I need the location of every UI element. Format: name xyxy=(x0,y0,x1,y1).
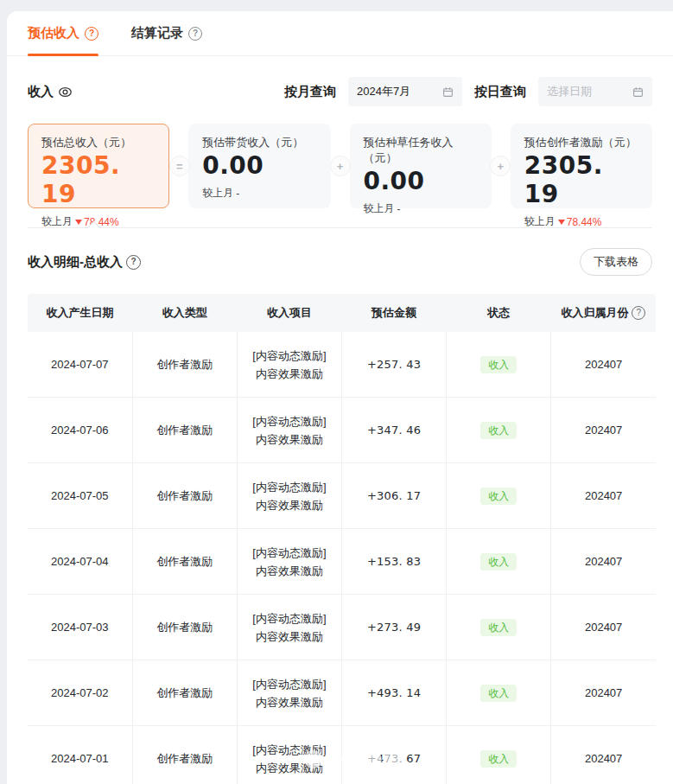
status-badge: 收入 xyxy=(480,553,517,570)
eye-icon[interactable] xyxy=(58,85,73,99)
download-table-button[interactable]: 下载表格 xyxy=(580,248,652,276)
card-label: 预估总收入（元） xyxy=(41,135,156,150)
cell-amount: +273. 49 xyxy=(341,595,446,660)
cell-status: 收入 xyxy=(447,595,551,660)
card-label: 预估种草任务收入（元） xyxy=(364,135,478,166)
cell-month: 202407 xyxy=(551,529,656,595)
cell-type: 创作者激励 xyxy=(132,660,237,726)
cell-project: [内容动态激励]内容效果激励 xyxy=(237,726,341,784)
status-badge: 收入 xyxy=(480,422,517,439)
down-triangle-icon xyxy=(558,220,565,225)
calendar-icon xyxy=(442,86,454,98)
income-label: 收入 xyxy=(28,84,54,100)
card-value: 0.00 xyxy=(364,167,478,195)
card-goods-income[interactable]: 预估带货收入（元） 0.00 较上月 - xyxy=(188,124,330,208)
col-header-date: 收入产生日期 xyxy=(28,294,132,332)
col-header-amount: 预估金额 xyxy=(341,294,446,332)
tab-estimated-income-label: 预估收入 xyxy=(28,25,79,41)
cell-amount: +257. 43 xyxy=(341,332,446,398)
plus-operator: + xyxy=(330,156,351,176)
tab-settlement-records[interactable]: 结算记录 xyxy=(131,11,202,55)
tab-estimated-income[interactable]: 预估收入 xyxy=(28,11,98,55)
cell-status: 收入 xyxy=(447,332,551,398)
col-header-month-label: 收入归属月份 xyxy=(561,305,628,321)
table-row: 2024-07-03 创作者激励 [内容动态激励]内容效果激励 +273. 49… xyxy=(28,595,656,660)
toolbar: 收入 按月查询 2024年7月 按日查询 选择日期 xyxy=(28,77,652,106)
day-query-label: 按日查询 xyxy=(474,84,526,100)
detail-title-text: 收入明细-总收入 xyxy=(28,254,123,271)
col-header-project: 收入项目 xyxy=(237,294,341,332)
income-title: 收入 xyxy=(28,84,73,100)
cell-date: 2024-07-07 xyxy=(28,332,132,398)
cell-month: 202407 xyxy=(551,660,656,726)
cell-date: 2024-07-02 xyxy=(28,660,132,726)
status-badge: 收入 xyxy=(480,750,517,768)
cell-type: 创作者激励 xyxy=(132,398,237,463)
table-row: 2024-07-01 创作者激励 [内容动态激励]内容效果激励 +473. 67… xyxy=(28,726,656,784)
cell-type: 创作者激励 xyxy=(132,595,237,660)
help-icon[interactable] xyxy=(188,27,202,41)
detail-section-head: 收入明细-总收入 下载表格 xyxy=(28,248,652,276)
tab-bar: 预估收入 结算记录 xyxy=(7,11,673,56)
cell-project: [内容动态激励]内容效果激励 xyxy=(237,660,341,726)
cell-month: 202407 xyxy=(551,595,656,660)
cell-month: 202407 xyxy=(551,726,656,784)
card-value: 2305. 19 xyxy=(41,151,156,208)
table-row: 2024-07-06 创作者激励 [内容动态激励]内容效果激励 +347. 46… xyxy=(28,398,656,463)
table-row: 2024-07-07 创作者激励 [内容动态激励]内容效果激励 +257. 43… xyxy=(28,332,656,398)
compare-value: 78.44% xyxy=(567,216,602,228)
card-compare: 较上月 - xyxy=(364,201,478,216)
help-icon[interactable] xyxy=(126,255,141,270)
cell-project: [内容动态激励]内容效果激励 xyxy=(237,332,341,398)
cell-project: [内容动态激励]内容效果激励 xyxy=(237,463,341,529)
table-row: 2024-07-05 创作者激励 [内容动态激励]内容效果激励 +306. 17… xyxy=(28,463,656,529)
card-total-income[interactable]: 预估总收入（元） 2305. 19 较上月 78.44% xyxy=(28,124,169,208)
cell-date: 2024-07-06 xyxy=(28,398,132,463)
month-picker[interactable]: 2024年7月 xyxy=(348,77,462,106)
cell-status: 收入 xyxy=(447,398,551,463)
cell-project: [内容动态激励]内容效果激励 xyxy=(237,529,341,595)
month-query-label: 按月查询 xyxy=(284,84,336,100)
cell-amount: +347. 46 xyxy=(341,398,446,463)
divider xyxy=(28,227,652,228)
card-label: 预估带货收入（元） xyxy=(202,135,316,150)
status-badge: 收入 xyxy=(480,356,517,373)
cell-date: 2024-07-05 xyxy=(28,463,132,529)
card-seeding-task-income[interactable]: 预估种草任务收入（元） 0.00 较上月 - xyxy=(350,124,492,208)
col-header-status: 状态 xyxy=(447,294,551,332)
card-creator-incentive[interactable]: 预估创作者激励（元） 2305. 19 较上月 78.44% xyxy=(511,124,652,208)
help-icon[interactable] xyxy=(85,27,98,41)
cell-date: 2024-07-04 xyxy=(28,529,132,595)
cell-amount: +306. 17 xyxy=(341,463,446,529)
cell-month: 202407 xyxy=(551,332,656,398)
table-row: 2024-07-02 创作者激励 [内容动态激励]内容效果激励 +493. 14… xyxy=(28,660,656,726)
cell-amount: +493. 14 xyxy=(341,660,446,726)
compare-label: 较上月 xyxy=(364,201,395,216)
card-value: 0.00 xyxy=(202,151,316,180)
cell-status: 收入 xyxy=(447,660,551,726)
compare-label: 较上月 xyxy=(202,186,233,201)
status-badge: 收入 xyxy=(480,685,517,702)
tab-settlement-records-label: 结算记录 xyxy=(131,25,183,41)
detail-section-title: 收入明细-总收入 xyxy=(28,254,141,271)
card-label: 预估创作者激励（元） xyxy=(524,135,638,150)
col-header-month: 收入归属月份 xyxy=(551,294,656,332)
cell-status: 收入 xyxy=(447,463,551,529)
cell-status: 收入 xyxy=(447,529,551,595)
cell-date: 2024-07-01 xyxy=(28,726,132,784)
cell-month: 202407 xyxy=(551,463,656,529)
cell-status: 收入 xyxy=(447,726,551,784)
calendar-icon xyxy=(632,86,644,98)
help-icon[interactable] xyxy=(632,306,645,320)
summary-cards: 预估总收入（元） 2305. 19 较上月 78.44% 预估带货收入（元） 0… xyxy=(28,124,652,208)
cell-type: 创作者激励 xyxy=(132,529,237,595)
cell-month: 202407 xyxy=(551,398,656,463)
equals-operator: = xyxy=(169,156,190,176)
status-badge: 收入 xyxy=(480,619,517,636)
day-picker[interactable]: 选择日期 xyxy=(538,77,652,106)
cell-amount: +153. 83 xyxy=(341,529,446,595)
cell-date: 2024-07-03 xyxy=(28,595,132,660)
table-row: 2024-07-04 创作者激励 [内容动态激励]内容效果激励 +153. 83… xyxy=(28,529,656,595)
query-controls: 按月查询 2024年7月 按日查询 选择日期 xyxy=(284,77,652,106)
plus-operator: + xyxy=(490,156,511,176)
